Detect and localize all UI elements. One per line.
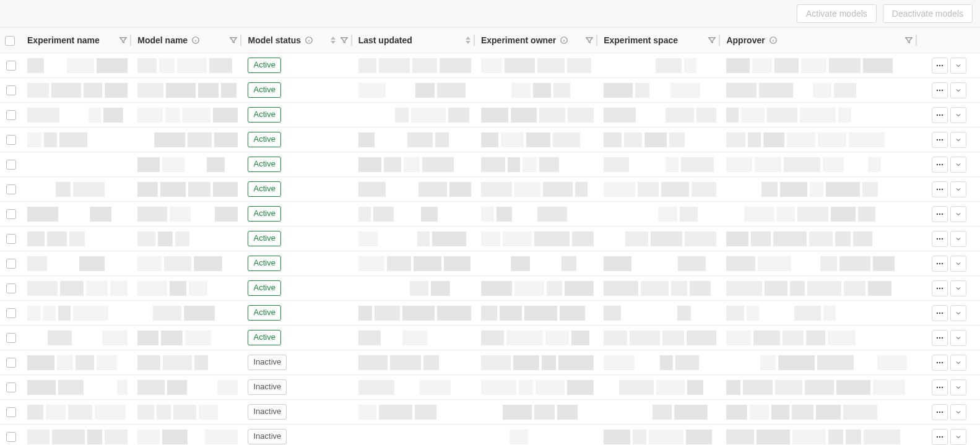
expand-row-button[interactable] (950, 82, 966, 98)
row-checkbox[interactable] (6, 382, 16, 392)
cell-model-status: Active (243, 127, 353, 152)
expand-row-button[interactable] (950, 379, 966, 395)
header-label: Last updated (358, 35, 461, 45)
row-checkbox[interactable] (6, 407, 16, 417)
column-resize-handle[interactable] (240, 35, 241, 46)
more-actions-button[interactable] (932, 206, 948, 222)
row-checkbox[interactable] (6, 259, 16, 269)
column-resize-handle[interactable] (596, 35, 597, 46)
more-actions-button[interactable] (932, 181, 948, 197)
column-resize-handle[interactable] (719, 35, 720, 46)
row-checkbox[interactable] (6, 234, 16, 244)
row-checkbox[interactable] (6, 283, 16, 293)
expand-row-button[interactable] (950, 330, 966, 346)
filter-icon[interactable] (340, 36, 349, 45)
more-actions-button[interactable] (932, 82, 948, 98)
more-actions-button[interactable] (932, 330, 948, 346)
status-badge: Active (248, 231, 280, 246)
expand-row-button[interactable] (950, 181, 966, 197)
column-resize-handle[interactable] (474, 35, 475, 46)
more-actions-button[interactable] (932, 429, 948, 445)
svg-point-49 (939, 361, 940, 363)
cell-last-updated (353, 177, 476, 202)
expand-row-button[interactable] (950, 305, 966, 321)
row-checkbox[interactable] (6, 432, 16, 442)
more-actions-button[interactable] (932, 58, 948, 74)
more-actions-button[interactable] (932, 305, 948, 321)
svg-point-23 (942, 139, 943, 140)
status-badge: Active (248, 256, 280, 270)
more-horizontal-icon (935, 383, 944, 392)
filter-icon[interactable] (119, 36, 128, 45)
row-checkbox[interactable] (6, 209, 16, 219)
expand-row-button[interactable] (950, 206, 966, 222)
cell-model-name (132, 350, 243, 375)
info-icon[interactable] (305, 36, 313, 45)
cell-model-status: Active (243, 78, 353, 103)
row-checkbox[interactable] (6, 333, 16, 343)
svg-point-37 (939, 262, 940, 264)
more-actions-button[interactable] (932, 132, 948, 148)
cell-actions (918, 425, 980, 445)
cell-model-name (132, 202, 243, 227)
column-resize-handle[interactable] (916, 35, 917, 46)
more-actions-button[interactable] (932, 256, 948, 272)
row-checkbox[interactable] (6, 358, 16, 368)
more-actions-button[interactable] (932, 355, 948, 371)
filter-icon[interactable] (904, 36, 913, 45)
more-actions-button[interactable] (932, 404, 948, 420)
row-checkbox[interactable] (6, 61, 16, 71)
status-badge: Inactive (248, 429, 287, 444)
more-actions-button[interactable] (932, 157, 948, 173)
cell-last-updated (353, 227, 476, 251)
info-icon[interactable] (191, 36, 200, 45)
row-checkbox[interactable] (6, 184, 16, 194)
filter-icon[interactable] (708, 36, 716, 45)
sort-icon[interactable] (465, 37, 471, 44)
more-actions-button[interactable] (932, 231, 948, 247)
info-icon[interactable] (769, 36, 778, 45)
expand-row-button[interactable] (950, 404, 966, 420)
status-badge: Active (248, 305, 280, 320)
expand-row-button[interactable] (950, 231, 966, 247)
filter-icon[interactable] (229, 36, 238, 45)
info-icon[interactable] (560, 36, 568, 45)
expand-row-button[interactable] (950, 355, 966, 371)
deactivate-models-button[interactable]: Deactivate models (883, 4, 973, 23)
svg-point-20 (942, 114, 943, 115)
cell-experiment-name (22, 326, 132, 350)
cell-model-name (132, 375, 243, 400)
expand-row-button[interactable] (950, 132, 966, 148)
cell-last-updated (353, 127, 476, 152)
activate-models-button[interactable]: Activate models (797, 4, 877, 23)
filter-icon[interactable] (585, 36, 594, 45)
cell-experiment-space (599, 301, 721, 326)
more-actions-button[interactable] (932, 280, 948, 296)
header-model-status: Model status (243, 27, 353, 53)
row-checkbox[interactable] (6, 135, 16, 145)
expand-row-button[interactable] (950, 429, 966, 445)
sort-icon[interactable] (330, 37, 336, 44)
row-checkbox[interactable] (6, 110, 16, 120)
more-horizontal-icon (935, 136, 944, 144)
expand-row-button[interactable] (950, 256, 966, 272)
cell-experiment-name (22, 251, 132, 276)
more-actions-button[interactable] (932, 379, 948, 395)
status-badge: Inactive (248, 355, 287, 369)
column-resize-handle[interactable] (130, 35, 131, 46)
expand-row-button[interactable] (950, 58, 966, 74)
select-all-checkbox[interactable] (5, 36, 15, 46)
expand-row-button[interactable] (950, 107, 966, 123)
chevron-down-icon (955, 334, 962, 342)
expand-row-button[interactable] (950, 157, 966, 173)
row-checkbox[interactable] (6, 308, 16, 318)
svg-point-14 (942, 64, 943, 66)
expand-row-button[interactable] (950, 280, 966, 296)
svg-point-56 (942, 411, 943, 412)
column-resize-handle[interactable] (351, 35, 352, 46)
cell-experiment-name (22, 350, 132, 375)
row-checkbox[interactable] (6, 160, 16, 170)
row-checkbox[interactable] (6, 85, 16, 95)
cell-model-name (132, 400, 243, 425)
more-actions-button[interactable] (932, 107, 948, 123)
